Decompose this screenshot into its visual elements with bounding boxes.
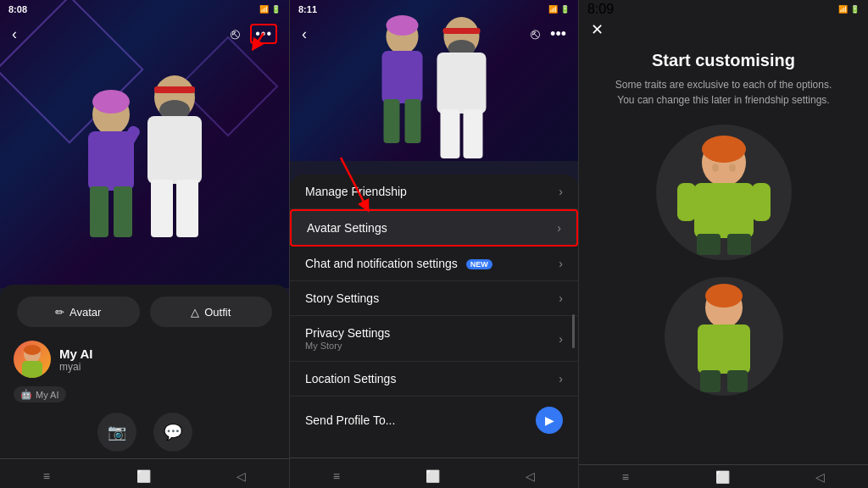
menu-item-title: Privacy Settings <box>305 326 390 340</box>
profile-handle: myai <box>59 361 92 373</box>
profile-avatar <box>14 341 51 378</box>
status-icons-2: 📶🔋 <box>548 5 570 14</box>
svg-point-1 <box>92 90 130 114</box>
camera-button[interactable]: 📷 <box>97 413 136 452</box>
panel-3: 8:09 📶🔋 ✕ Start customising Some traits … <box>578 0 868 488</box>
close-button[interactable]: ✕ <box>591 20 604 39</box>
status-bar-1: 8:08 📶🔋 <box>0 0 289 19</box>
chat-button[interactable]: 💬 <box>153 413 192 452</box>
back-nav-icon-1[interactable]: ◁ <box>236 469 246 483</box>
svg-line-27 <box>341 158 366 207</box>
share-icon-2[interactable]: ⎋ <box>531 25 540 43</box>
avatar-bottom-figure <box>677 277 771 396</box>
menu-item-title: Story Settings <box>305 291 379 305</box>
chevron-right-icon: › <box>559 257 563 270</box>
svg-point-31 <box>729 164 736 172</box>
svg-rect-4 <box>114 186 132 237</box>
menu-item-left: Avatar Settings <box>307 221 387 235</box>
start-customising-title: Start customising <box>579 51 868 70</box>
home2-icon-1[interactable]: ⬜ <box>136 469 151 483</box>
outfit-button[interactable]: △ Outfit <box>150 297 273 327</box>
svg-rect-18 <box>382 51 423 103</box>
chevron-right-icon: › <box>559 291 563 305</box>
menu-item-left: Story Settings <box>305 291 379 305</box>
chevron-right-icon: › <box>559 332 563 346</box>
status-bar-3: 8:09 📶🔋 <box>579 0 868 19</box>
svg-rect-3 <box>90 186 108 237</box>
back-icon-1[interactable]: ‹ <box>12 25 17 43</box>
pencil-icon: ✏ <box>55 306 64 319</box>
outfit-btn-label: Outfit <box>204 306 231 319</box>
menu-item-left: Privacy Settings My Story <box>305 326 390 351</box>
hanger-icon: △ <box>191 306 199 319</box>
time-1: 8:08 <box>8 4 27 14</box>
svg-point-14 <box>24 345 41 355</box>
bottom-nav-3: ≡ ⬜ ◁ <box>579 464 868 488</box>
scroll-indicator <box>572 314 575 348</box>
back-icon-2[interactable]: ‹ <box>302 25 307 43</box>
avatar-button[interactable]: ✏ Avatar <box>17 297 140 327</box>
chevron-right-icon: › <box>559 185 563 198</box>
top-right-icons-2: ⎋ ••• <box>531 25 566 43</box>
svg-rect-15 <box>22 361 42 378</box>
svg-rect-19 <box>384 99 400 143</box>
send-profile-row[interactable]: Send Profile To... ▶ <box>290 396 578 444</box>
status-bar-2: 8:11 📶🔋 <box>290 0 578 19</box>
status-icons-3: 📶🔋 <box>838 5 860 14</box>
svg-rect-11 <box>176 180 198 237</box>
avatar-option-top[interactable] <box>656 125 792 260</box>
more-icon-2[interactable]: ••• <box>550 25 566 43</box>
chevron-right-icon: › <box>557 221 561 235</box>
menu-item-title: Chat and notification settings NEW <box>305 257 492 270</box>
quick-actions-row: 📷 💬 <box>0 406 289 458</box>
svg-rect-36 <box>752 183 771 221</box>
home-icon-2[interactable]: ≡ <box>333 469 340 483</box>
time-3: 8:09 <box>587 2 614 17</box>
svg-rect-39 <box>698 324 750 374</box>
svg-rect-26 <box>464 109 483 158</box>
menu-item-privacy-settings[interactable]: Privacy Settings My Story › <box>290 316 578 362</box>
svg-rect-25 <box>441 109 460 158</box>
menu-item-left: Location Settings <box>305 372 396 385</box>
menu-item-story-settings[interactable]: Story Settings › <box>290 281 578 316</box>
ai-badge: 🤖 My AI <box>14 386 66 402</box>
panel-1: 8:08 📶🔋 ‹ ⎋ ••• ✏ Avatar <box>0 0 289 488</box>
svg-point-30 <box>712 164 719 172</box>
bottom-nav-2: ≡ ⬜ ◁ <box>290 464 578 488</box>
start-customising-subtitle: Some traits are exclusive to each of the… <box>579 77 868 108</box>
avatar-option-bottom[interactable] <box>665 277 783 396</box>
send-profile-label: Send Profile To... <box>305 413 395 427</box>
svg-rect-33 <box>697 234 721 255</box>
svg-rect-24 <box>437 53 487 114</box>
profile-info: My AI myai <box>59 347 92 373</box>
svg-rect-41 <box>727 370 748 392</box>
profile-bottom-panel: ✏ Avatar △ Outfit My AI myai 🤖 <box>0 285 289 488</box>
bottom-nav-1: ≡ ⬜ ◁ <box>0 464 289 488</box>
menu-panel: Manage Friendship › Avatar Settings › Ch… <box>290 175 578 488</box>
svg-rect-34 <box>727 234 751 255</box>
ai-badge-icon: 🤖 <box>20 389 32 400</box>
svg-rect-10 <box>151 180 173 237</box>
svg-point-29 <box>702 136 746 163</box>
new-badge: NEW <box>466 259 492 269</box>
back-nav-icon-3[interactable]: ◁ <box>815 470 825 484</box>
avatar-btn-label: Avatar <box>70 306 101 319</box>
home2-icon-3[interactable]: ⬜ <box>715 470 730 484</box>
home-icon-3[interactable]: ≡ <box>622 470 629 484</box>
profile-section: My AI myai <box>0 336 289 383</box>
avatars-area <box>0 34 289 254</box>
menu-item-location-settings[interactable]: Location Settings › <box>290 362 578 396</box>
svg-rect-32 <box>694 183 754 238</box>
menu-item-chat-notifications[interactable]: Chat and notification settings NEW › <box>290 247 578 281</box>
avatar-top-figure <box>669 127 779 258</box>
svg-rect-40 <box>700 370 721 392</box>
svg-rect-35 <box>677 183 696 221</box>
home-icon-1[interactable]: ≡ <box>43 469 50 483</box>
home2-icon-2[interactable]: ⬜ <box>426 469 440 483</box>
svg-rect-8 <box>154 86 195 93</box>
back-nav-icon-2[interactable]: ◁ <box>526 469 535 483</box>
status-icons-1: 📶🔋 <box>259 5 281 14</box>
svg-point-38 <box>705 284 743 308</box>
chevron-right-icon: › <box>559 372 563 385</box>
send-profile-button[interactable]: ▶ <box>536 407 563 434</box>
